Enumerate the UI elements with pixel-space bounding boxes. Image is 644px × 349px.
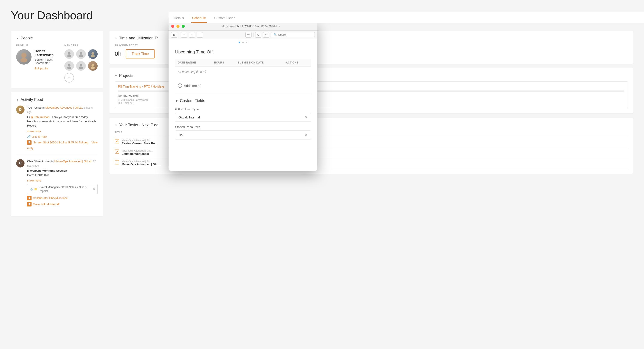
activity-header-1: You Posted in MavenOps Advanced | GitLab… [27, 106, 98, 114]
member-avatar-5[interactable] [76, 61, 86, 71]
svg-point-4 [80, 52, 82, 55]
attachment-close-2[interactable]: ✕ [93, 187, 95, 191]
tab-custom-fields[interactable]: Custom Fields [213, 13, 236, 23]
activity-message-1: Hi @NahumChan Thank you for your time to… [27, 115, 98, 128]
mac-window-title: 🖼 Screen Shot 2021-03-10 at 12.24.26 PM … [187, 24, 315, 28]
svg-point-3 [67, 55, 71, 57]
mac-window: 🖼 Screen Shot 2021-03-10 at 12.24.26 PM … [168, 22, 318, 171]
attachment-name-2: Project Management/Call Notes & Status R… [39, 185, 92, 193]
gitlab-clear-icon[interactable]: ✕ [305, 115, 308, 119]
gitlab-user-type-label: GitLab User Type [175, 108, 311, 111]
edit-profile-link[interactable]: Edit profile [34, 67, 48, 70]
projects-title-text: Projects [119, 73, 133, 78]
dashboard-content: ▼ People PROFILE [11, 31, 633, 216]
activity-item-1: D You Posted in MavenOps Advanced | GitL… [16, 106, 98, 155]
col-date-range: DATE RANGE [175, 59, 212, 66]
markup-button[interactable]: ✏ [246, 32, 252, 38]
activity-mention-1[interactable]: @NahumChan [31, 116, 50, 119]
activity-project-link-2[interactable]: MavenOps Advanced | GitLab [54, 160, 92, 163]
search-input[interactable] [278, 33, 312, 36]
activity-title-2: MavenOps Workging Session [27, 168, 98, 173]
toolbar-divider-2 [253, 32, 254, 37]
activity-text-1: You Posted in MavenOps Advanced | GitLab… [27, 106, 98, 150]
add-time-off-button[interactable]: + Add time off [175, 82, 311, 90]
tab-schedule[interactable]: Schedule [191, 13, 207, 23]
file-2-2[interactable]: 📄 Mavenlink Mobile.pdf [27, 202, 98, 206]
custom-fields-section: ▼ Custom Fields GitLab User Type GitLab … [175, 98, 311, 140]
grid-view-button[interactable]: ⊞ [171, 32, 177, 38]
add-time-off-label: Add time off [184, 84, 202, 88]
activity-section-title: ▼ Activity Feed [16, 98, 98, 102]
mac-minimize-button[interactable] [176, 25, 180, 28]
tab-details[interactable]: Details [173, 13, 185, 23]
section-divider [175, 94, 311, 94]
time-arrow-icon: ▼ [115, 37, 117, 40]
attachment-box-2[interactable]: 📎 📁 Project Management/Call Notes & Stat… [27, 184, 98, 194]
member-avatar-2[interactable] [76, 49, 86, 59]
svg-point-11 [79, 66, 83, 69]
member-avatar-1[interactable] [64, 49, 74, 59]
svg-point-2 [68, 52, 70, 55]
staffed-clear-icon[interactable]: ✕ [305, 133, 308, 137]
dot-3 [246, 42, 247, 43]
staffed-resources-value: No [178, 133, 182, 137]
cf-arrow-icon: ▼ [175, 99, 178, 103]
file-icon-2a: 📄 [27, 196, 32, 200]
share-button[interactable]: ⬆ [197, 32, 203, 38]
file-1-2[interactable]: 📄 Collaborator Checklist.docx [27, 196, 98, 200]
staffed-resources-field[interactable]: No ✕ [175, 130, 311, 140]
track-time-button[interactable]: Track Time [126, 49, 154, 58]
search-icon: 🔍 [274, 33, 277, 36]
member-add-button[interactable]: + [64, 73, 74, 82]
task-check-2[interactable] [115, 150, 119, 154]
filename-1[interactable]: Screen Shot 2020-11-18 at 5.45.44 PM.png [33, 140, 88, 145]
attach-icon-2: 📎 [30, 187, 33, 191]
toolbar-divider-1 [179, 32, 179, 37]
reply-link-1[interactable]: reply [27, 146, 98, 150]
profile-avatar-img [16, 49, 32, 64]
tab-bar-behind: Details Schedule Custom Fields [168, 12, 644, 23]
people-inner: PROFILE [16, 44, 98, 82]
svg-point-9 [67, 66, 71, 69]
members-section: MEMBERS [64, 44, 98, 82]
zoom-in-button[interactable]: + [189, 32, 195, 38]
activity-project-link-1[interactable]: MavenOps Advanced | GitLab [45, 106, 83, 109]
show-more-1[interactable]: show more [27, 129, 98, 134]
svg-point-0 [21, 53, 26, 58]
mac-close-button[interactable] [171, 25, 174, 28]
activity-posted-2: Posted in [42, 160, 54, 163]
gitlab-user-type-value: GitLab Internal [178, 116, 200, 119]
mac-toolbar: ⊞ − + ⬆ ✏ ⧉ ↩ 🔍 [168, 31, 318, 39]
link-to-task-1[interactable]: 🔗 Link To Task [27, 135, 98, 139]
mac-search-bar[interactable]: 🔍 [271, 32, 315, 37]
profile-avatar [16, 49, 32, 64]
gitlab-user-type-field[interactable]: GitLab Internal ✕ [175, 113, 311, 122]
custom-fields-heading: ▼ Custom Fields [175, 98, 311, 103]
mac-title-chevron: ▼ [278, 25, 280, 28]
copy-button[interactable]: ⧉ [255, 32, 261, 38]
dot-1 [238, 42, 240, 43]
attach-folder-icon-2: 📁 [34, 187, 38, 191]
revert-button[interactable]: ↩ [263, 32, 269, 38]
task-check-3[interactable] [115, 160, 119, 164]
view-link-1[interactable]: View [92, 140, 98, 145]
col-hours: HOURS [212, 59, 235, 66]
left-column: ▼ People PROFILE [11, 31, 103, 216]
svg-point-6 [92, 52, 94, 55]
zoom-out-button[interactable]: − [181, 32, 187, 38]
show-more-2[interactable]: show more [27, 178, 98, 183]
activity-author-2: Chie Silver [27, 160, 41, 163]
task-check-1[interactable] [115, 139, 119, 144]
member-avatar-4[interactable] [64, 61, 74, 71]
file-icon-2b: 📄 [27, 202, 32, 206]
timeoff-empty-message: no upcoming time off [175, 66, 311, 77]
tracked-hours: 0h [115, 50, 122, 57]
member-avatar-3[interactable] [88, 49, 98, 59]
member-avatar-6[interactable] [88, 61, 98, 71]
mac-titlebar: 🖼 Screen Shot 2021-03-10 at 12.24.26 PM … [168, 22, 318, 31]
svg-point-5 [79, 55, 83, 57]
upcoming-time-off-heading: Upcoming Time Off [175, 50, 311, 54]
svg-point-13 [91, 66, 95, 69]
profile-name: Donita Farnsworth [34, 49, 58, 57]
mac-maximize-button[interactable] [182, 25, 185, 28]
